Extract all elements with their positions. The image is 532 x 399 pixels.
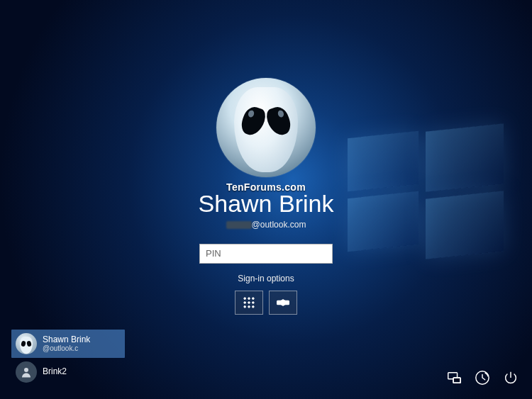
svg-rect-15 [453,378,460,383]
power-button[interactable] [502,369,519,386]
redacted-email-prefix [226,221,252,229]
user-full-name: Shawn Brink [174,191,358,217]
user-list-name: Shawn Brink [43,335,90,344]
signin-options-row [174,291,358,315]
svg-point-2 [253,298,255,300]
alien-icon [234,87,298,172]
power-icon [503,370,519,386]
svg-point-8 [253,305,255,308]
svg-point-3 [244,301,246,303]
user-email: @outlook.com [174,220,358,230]
user-list-sub: @outlook.c [43,344,90,352]
avatar-small [16,333,37,354]
pin-input[interactable] [199,244,333,264]
svg-point-7 [248,305,250,308]
login-panel: TenForums.com Shawn Brink @outlook.com S… [174,78,358,315]
windows-logo-backdrop [348,128,504,255]
svg-point-6 [244,305,246,308]
svg-point-13 [24,368,28,372]
avatar [216,78,316,177]
avatar-small-generic [16,361,37,383]
user-list-item-shawn-brink[interactable]: Shawn Brink @outlook.c [11,330,125,358]
signin-options-label[interactable]: Sign-in options [174,274,358,283]
svg-point-1 [248,298,250,300]
email-suffix: @outlook.com [252,220,306,230]
network-icon [446,370,462,386]
signin-option-pin[interactable] [235,291,263,315]
corner-button-row [445,369,519,386]
user-switcher: Shawn Brink @outlook.c Brink2 [11,330,125,386]
password-key-icon [276,296,290,310]
svg-point-4 [248,301,250,303]
keypad-icon [242,296,256,310]
ease-of-access-icon [475,370,490,386]
svg-point-0 [244,298,246,300]
network-button[interactable] [445,369,462,386]
user-list-item-brink2[interactable]: Brink2 [11,358,125,386]
user-list-name: Brink2 [43,367,67,376]
signin-option-password[interactable] [269,291,297,315]
ease-of-access-button[interactable] [474,369,491,386]
svg-point-5 [253,301,255,303]
person-icon [20,366,33,378]
